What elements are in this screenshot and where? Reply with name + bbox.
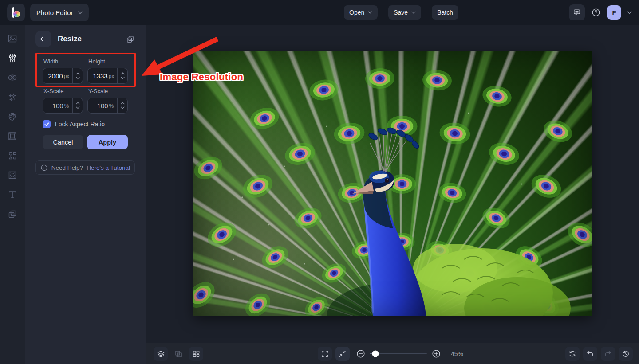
cancel-button[interactable]: Cancel <box>43 135 83 149</box>
chevron-down-icon <box>627 11 632 14</box>
dimension-inputs-row: px px <box>43 68 128 84</box>
stepper-down-icon <box>76 106 80 109</box>
compare-button[interactable] <box>171 347 185 361</box>
app-logo[interactable] <box>7 4 25 21</box>
account-menu-button[interactable] <box>626 4 633 20</box>
batch-button[interactable]: Batch <box>432 5 458 20</box>
sidebar-item-effects[interactable] <box>6 71 19 84</box>
yscale-unit: % <box>109 102 114 109</box>
bottom-toolbar: 45% <box>146 343 639 364</box>
avatar-initial: F <box>612 9 616 16</box>
batch-resize-button[interactable] <box>126 35 135 44</box>
panel-title: Resize <box>58 35 82 43</box>
save-button[interactable]: Save <box>388 5 421 20</box>
sidebar-item-graphics[interactable] <box>6 149 19 162</box>
width-input[interactable] <box>46 72 63 80</box>
height-input[interactable] <box>91 72 108 80</box>
sidebar-item-textures[interactable] <box>6 169 19 181</box>
apply-button[interactable]: Apply <box>87 135 128 149</box>
history-tools <box>565 347 633 361</box>
reset-button[interactable] <box>565 347 580 361</box>
stepper-up-icon <box>121 72 125 75</box>
xscale-stepper[interactable] <box>72 98 83 113</box>
chat-icon <box>572 8 581 17</box>
bottom-left-tools <box>154 347 203 361</box>
zoom-controls: 45% <box>318 347 463 361</box>
sidebar-item-edit[interactable] <box>6 52 19 64</box>
tool-sidebar <box>0 25 25 364</box>
scale-labels-row: X-Scale Y-Scale <box>43 88 128 98</box>
sidebar-item-text[interactable] <box>6 188 19 201</box>
width-input-box: px <box>43 68 83 84</box>
sidebar-item-frames[interactable] <box>6 130 19 142</box>
grid-view-button[interactable] <box>189 347 203 361</box>
frame-icon <box>7 131 18 141</box>
peacock-photo[interactable] <box>193 51 592 316</box>
zoom-in-button[interactable] <box>431 347 441 361</box>
lock-aspect-row: Lock Aspect Ratio <box>43 120 128 128</box>
layers-icon <box>156 349 166 359</box>
fullscreen-button[interactable] <box>318 347 332 361</box>
save-label: Save <box>394 9 408 16</box>
zoom-slider-knob[interactable] <box>372 351 379 357</box>
canvas-area <box>146 25 639 343</box>
layers-button[interactable] <box>154 347 168 361</box>
height-unit: px <box>109 72 114 79</box>
feedback-chat-button[interactable] <box>569 4 585 20</box>
texture-icon <box>7 170 18 180</box>
zoom-slider[interactable] <box>370 347 427 361</box>
undo-button[interactable] <box>583 347 597 361</box>
sidebar-item-overlays[interactable] <box>6 208 19 220</box>
help-text: Need Help? <box>51 164 83 171</box>
logo-color-wheel <box>13 11 20 17</box>
stepper-up-icon <box>76 72 80 75</box>
help-icon <box>591 8 601 17</box>
back-button[interactable] <box>36 31 51 47</box>
app-mode-menu[interactable]: Photo Editor <box>30 4 89 21</box>
stepper-up-icon <box>76 102 80 105</box>
minus-circle-icon <box>356 349 366 359</box>
chevron-down-icon <box>411 11 416 14</box>
topbar-right: F <box>569 4 633 20</box>
lock-aspect-checkbox[interactable] <box>43 120 51 128</box>
arrow-left-icon <box>39 35 48 43</box>
grid-icon <box>192 349 201 358</box>
zoom-slider-track[interactable] <box>370 353 427 355</box>
help-button[interactable] <box>589 4 603 20</box>
width-unit: px <box>64 72 70 79</box>
action-buttons-row: Cancel Apply <box>43 135 128 149</box>
height-input-box: px <box>87 68 128 84</box>
chevron-down-icon <box>368 11 372 14</box>
open-button[interactable]: Open <box>344 5 378 20</box>
overlay-icon <box>7 209 18 219</box>
before-after-icon <box>174 349 183 359</box>
height-stepper[interactable] <box>117 68 127 83</box>
sidebar-item-image[interactable] <box>6 32 19 45</box>
fullscreen-icon <box>320 349 329 358</box>
history-button[interactable] <box>619 347 633 361</box>
width-stepper[interactable] <box>72 68 83 83</box>
batch-label: Batch <box>437 9 453 16</box>
palette-icon <box>7 111 18 122</box>
resize-panel: Resize Width Height px px <box>25 25 146 364</box>
image-icon <box>7 33 18 44</box>
tutorial-link[interactable]: Here's a Tutorial <box>87 164 130 171</box>
sidebar-item-paint[interactable] <box>6 110 19 123</box>
panel-content: Width Height px px <box>36 58 135 175</box>
fit-to-screen-button[interactable] <box>335 347 350 361</box>
undo-icon <box>586 349 595 358</box>
xscale-input[interactable] <box>47 102 63 110</box>
eye-icon <box>7 72 18 83</box>
yscale-input[interactable] <box>91 102 108 110</box>
yscale-stepper[interactable] <box>117 98 127 113</box>
user-avatar[interactable]: F <box>607 5 621 20</box>
yscale-input-box: % <box>87 98 128 114</box>
reset-icon <box>568 349 577 358</box>
history-icon <box>621 349 630 358</box>
zoom-out-button[interactable] <box>356 347 366 361</box>
open-label: Open <box>349 9 364 16</box>
xscale-unit: % <box>64 102 69 109</box>
sidebar-item-artsy[interactable] <box>6 91 19 103</box>
fit-screen-icon <box>338 349 347 358</box>
redo-button[interactable] <box>601 347 615 361</box>
